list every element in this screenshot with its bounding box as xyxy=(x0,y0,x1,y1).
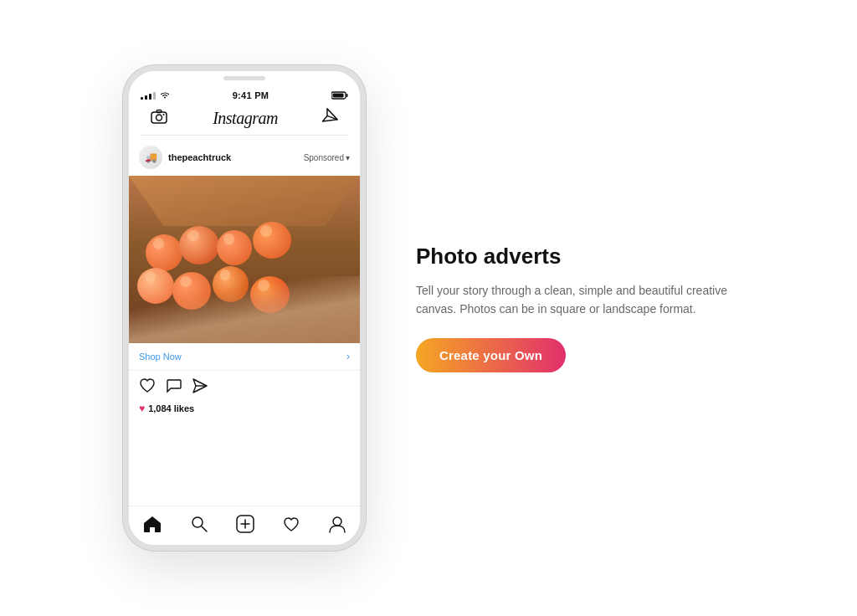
svg-rect-1 xyxy=(346,94,348,97)
post-image xyxy=(129,176,360,343)
svg-rect-5 xyxy=(157,110,162,113)
username: thepeachtruck xyxy=(168,152,231,162)
truck-icon: 🚚 xyxy=(145,151,157,163)
status-time: 9:41 PM xyxy=(233,90,269,100)
phone-mockup: 9:41 PM xyxy=(123,65,366,551)
box-flap xyxy=(129,176,360,226)
nav-home-icon[interactable] xyxy=(143,516,162,536)
camera-icon[interactable] xyxy=(151,109,167,128)
chevron-right-icon: › xyxy=(346,351,350,362)
filled-heart-icon: ♥ xyxy=(139,403,145,414)
create-own-button[interactable]: Create your Own xyxy=(416,338,566,372)
hands-overlay xyxy=(129,276,360,343)
peach-1 xyxy=(146,234,182,271)
status-right xyxy=(331,91,348,100)
peach-2 xyxy=(179,226,219,264)
peach-4 xyxy=(253,222,291,259)
share-icon[interactable] xyxy=(192,378,208,398)
shop-now-bar[interactable]: Shop Now › xyxy=(129,343,360,371)
page-container: 9:41 PM xyxy=(0,0,857,616)
bottom-nav xyxy=(129,506,360,545)
status-left xyxy=(141,90,170,100)
svg-point-4 xyxy=(157,115,162,121)
comment-icon[interactable] xyxy=(166,377,182,398)
instagram-logo: Instagram xyxy=(213,109,278,128)
peach-3 xyxy=(217,230,252,265)
nav-heart-icon[interactable] xyxy=(283,516,300,536)
wifi-icon xyxy=(160,90,170,100)
svg-point-11 xyxy=(192,517,203,527)
instagram-header: Instagram xyxy=(141,104,348,136)
ad-title: Photo adverts xyxy=(416,244,734,270)
shop-now-label[interactable]: Shop Now xyxy=(139,352,182,362)
svg-point-6 xyxy=(163,114,165,116)
status-bar: 9:41 PM xyxy=(141,90,348,100)
send-icon[interactable] xyxy=(321,107,341,130)
ad-description: Tell your story through a clean, simple … xyxy=(416,281,734,319)
battery-icon xyxy=(331,91,348,100)
post-user: 🚚 thepeachtruck xyxy=(139,146,231,169)
svg-line-12 xyxy=(202,526,207,531)
avatar: 🚚 xyxy=(139,146,162,169)
sponsored-label: Sponsored ▾ xyxy=(304,153,350,162)
post-header: 🚚 thepeachtruck Sponsored ▾ xyxy=(129,139,360,176)
nav-profile-icon[interactable] xyxy=(329,516,346,536)
likes-row: ♥ 1,084 likes xyxy=(129,401,360,419)
action-bar xyxy=(129,371,360,401)
phone-speaker xyxy=(223,76,265,80)
chevron-down-icon: ▾ xyxy=(346,153,350,162)
svg-rect-3 xyxy=(151,112,167,123)
like-icon[interactable] xyxy=(139,377,156,398)
signal-icon xyxy=(141,92,156,100)
nav-search-icon[interactable] xyxy=(191,516,208,536)
right-content-panel: Photo adverts Tell your story through a … xyxy=(416,244,734,373)
phone-top-bar: 9:41 PM xyxy=(129,82,360,139)
nav-add-icon[interactable] xyxy=(236,515,254,536)
svg-rect-2 xyxy=(333,94,344,98)
likes-count: 1,084 likes xyxy=(148,403,194,413)
svg-point-16 xyxy=(333,517,341,526)
